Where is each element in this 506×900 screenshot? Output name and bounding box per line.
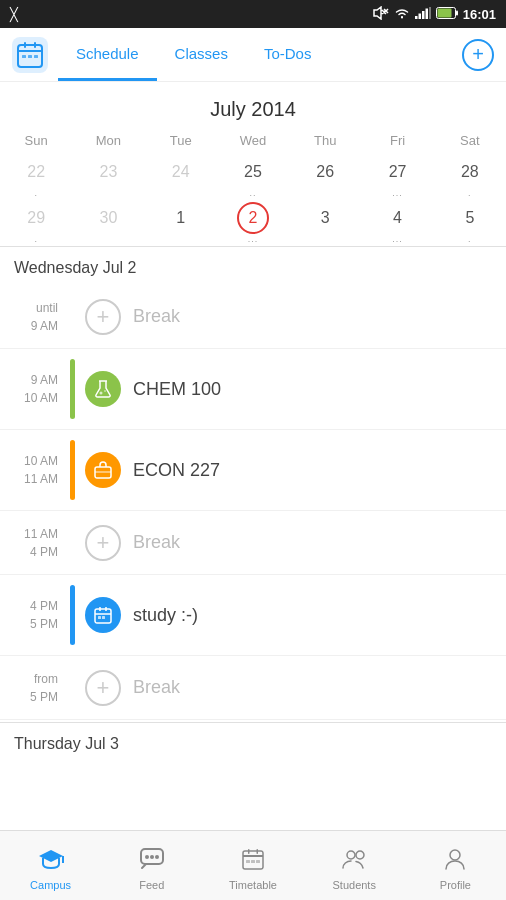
cal-header-fri: Fri [361, 129, 433, 152]
schedule-item-econ227[interactable]: 10 AM 11 AM ECON 227 [0, 430, 506, 511]
bottom-nav-feed-label: Feed [139, 879, 164, 891]
cal-day-28[interactable]: 28 . [434, 152, 506, 198]
cal-day-30[interactable]: 30 [72, 198, 144, 244]
schedule-list: until 9 AM + Break 9 AM 10 AM CHEM 100 1… [0, 285, 506, 720]
schedule-title: Break [133, 677, 180, 698]
svg-rect-39 [257, 849, 259, 854]
graduation-icon [38, 848, 64, 876]
svg-point-35 [155, 855, 159, 859]
time-top: from [0, 670, 58, 688]
cal-header-tue: Tue [145, 129, 217, 152]
schedule-item-break-afternoon[interactable]: 11 AM 4 PM + Break [0, 511, 506, 575]
signal-icon [415, 7, 431, 22]
cal-day-25[interactable]: 25 .. [217, 152, 289, 198]
cal-day-3[interactable]: 3 [289, 198, 361, 244]
svg-rect-4 [418, 13, 421, 19]
bottom-nav-timetable[interactable]: Timetable [202, 840, 303, 891]
schedule-item-break-morning[interactable]: until 9 AM + Break [0, 285, 506, 349]
svg-rect-15 [34, 42, 36, 48]
bottom-nav-students[interactable]: Students [304, 840, 405, 891]
cal-day-29[interactable]: 29 . [0, 198, 72, 244]
cal-day-1[interactable]: 1 [145, 198, 217, 244]
cal-header-mon: Mon [72, 129, 144, 152]
time-top: 11 AM [0, 525, 58, 543]
time-top: 9 AM [0, 371, 58, 389]
schedule-title: study :-) [133, 605, 198, 626]
time-bottom: 5 PM [0, 688, 58, 706]
svg-point-34 [150, 855, 154, 859]
schedule-item-chem100[interactable]: 9 AM 10 AM CHEM 100 [0, 349, 506, 430]
cal-day-2[interactable]: 2 ... [217, 198, 289, 244]
bottom-nav-profile[interactable]: Profile [405, 840, 506, 891]
schedule-item-break-evening[interactable]: from 5 PM + Break [0, 656, 506, 720]
profile-icon [444, 848, 466, 876]
tab-classes[interactable]: Classes [157, 28, 246, 81]
svg-rect-18 [34, 55, 38, 58]
svg-rect-42 [256, 860, 260, 863]
cal-day-23[interactable]: 23 [72, 152, 144, 198]
svg-rect-40 [246, 860, 250, 863]
cal-header-thu: Thu [289, 129, 361, 152]
schedule-time: 4 PM 5 PM [0, 597, 70, 633]
status-bar: ╳ [0, 0, 506, 28]
svg-rect-38 [248, 849, 250, 854]
cal-day-24[interactable]: 24 [145, 152, 217, 198]
time-bottom: 10 AM [0, 389, 58, 407]
cal-header-wed: Wed [217, 129, 289, 152]
schedule-time: 10 AM 11 AM [0, 452, 70, 488]
svg-point-21 [104, 390, 106, 392]
svg-rect-37 [243, 855, 263, 857]
schedule-title: CHEM 100 [133, 379, 221, 400]
schedule-title: Break [133, 532, 180, 553]
break-icon: + [85, 299, 121, 335]
flask-icon [85, 371, 121, 407]
svg-rect-7 [429, 7, 431, 19]
time-bottom: 9 AM [0, 317, 58, 335]
time-top: until [0, 299, 58, 317]
bottom-nav-profile-label: Profile [440, 879, 471, 891]
cal-day-22[interactable]: 22 . [0, 152, 72, 198]
time-display: 16:01 [463, 7, 496, 22]
chat-icon [140, 848, 164, 876]
svg-rect-13 [18, 50, 42, 52]
thursday-label: Thursday Jul 3 [0, 725, 506, 761]
schedule-time: 9 AM 10 AM [0, 371, 70, 407]
cal-day-26[interactable]: 26 [289, 152, 361, 198]
svg-point-43 [347, 851, 355, 859]
usb-icon: ╳ [10, 7, 18, 22]
svg-rect-41 [251, 860, 255, 863]
bottom-nav-feed[interactable]: Feed [101, 840, 202, 891]
svg-rect-9 [456, 10, 458, 15]
bottom-nav-campus[interactable]: Campus [0, 840, 101, 891]
calendar-header-row: Sun Mon Tue Wed Thu Fri Sat [0, 129, 506, 152]
add-button[interactable]: + [462, 39, 494, 71]
svg-point-45 [450, 850, 460, 860]
color-bar [70, 440, 75, 500]
cal-day-4[interactable]: 4 ... [361, 198, 433, 244]
schedule-time: 11 AM 4 PM [0, 525, 70, 561]
divider [0, 246, 506, 247]
color-bar [70, 359, 75, 419]
svg-point-2 [401, 16, 403, 18]
schedule-item-study[interactable]: 4 PM 5 PM study :-) [0, 575, 506, 656]
cal-header-sat: Sat [434, 129, 506, 152]
break-icon: + [85, 670, 121, 706]
svg-rect-28 [98, 616, 101, 619]
cal-day-5[interactable]: 5 . [434, 198, 506, 244]
svg-rect-14 [24, 42, 26, 48]
calendar-month: July 2014 [0, 92, 506, 129]
tab-todos[interactable]: To-Dos [246, 28, 330, 81]
cal-header-sun: Sun [0, 129, 72, 152]
svg-rect-3 [415, 16, 418, 19]
calendar-icon [85, 597, 121, 633]
schedule-title: ECON 227 [133, 460, 220, 481]
time-top: 4 PM [0, 597, 58, 615]
schedule-time: until 9 AM [0, 299, 70, 335]
cal-day-27[interactable]: 27 ... [361, 152, 433, 198]
break-icon: + [85, 525, 121, 561]
bottom-nav-campus-label: Campus [30, 879, 71, 891]
nav-tabs: Schedule Classes To-Dos [58, 28, 462, 81]
divider-2 [0, 722, 506, 723]
tab-schedule[interactable]: Schedule [58, 28, 157, 81]
svg-rect-17 [28, 55, 32, 58]
